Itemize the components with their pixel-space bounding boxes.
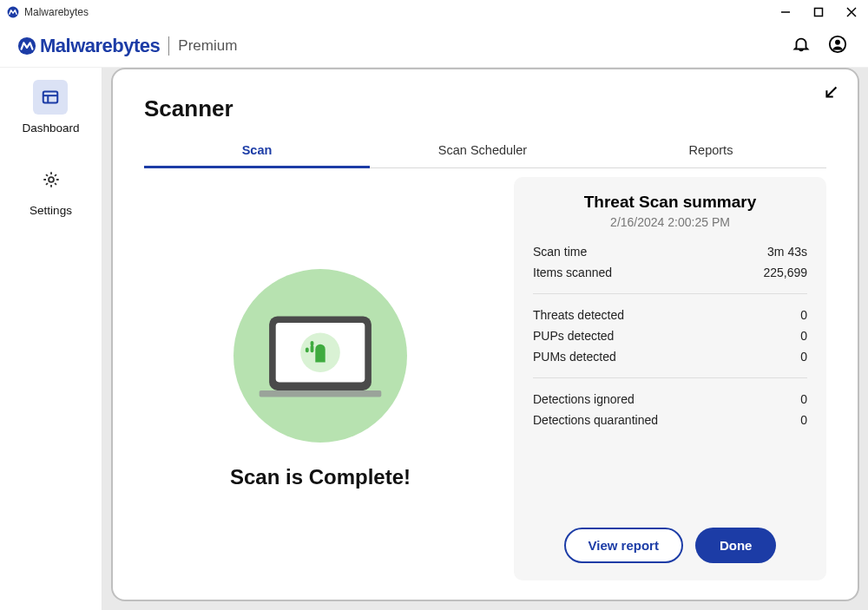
scan-result-visual: Scan is Complete! — [144, 177, 496, 580]
scan-complete-text: Scan is Complete! — [230, 465, 411, 489]
brand: Malwarebytes Premium — [17, 35, 237, 57]
stat-value: 3m 43s — [767, 245, 807, 259]
summary-actions: View report Done — [533, 493, 807, 563]
tab-scan-scheduler[interactable]: Scan Scheduler — [370, 134, 595, 167]
done-button[interactable]: Done — [695, 528, 777, 563]
app-icon — [7, 6, 19, 18]
divider — [533, 377, 807, 378]
summary-timestamp: 2/16/2024 2:00:25 PM — [533, 215, 807, 229]
brand-tier: Premium — [178, 37, 237, 55]
dashboard-icon — [33, 80, 68, 115]
tab-reports[interactable]: Reports — [595, 134, 826, 167]
brand-divider — [168, 36, 169, 56]
stat-label: Scan time — [533, 245, 587, 259]
svg-point-11 — [49, 177, 54, 182]
svg-rect-14 — [260, 390, 382, 397]
stat-value: 0 — [800, 329, 807, 343]
stat-value: 0 — [800, 413, 807, 427]
view-report-button[interactable]: View report — [564, 528, 683, 563]
stat-value: 0 — [800, 308, 807, 322]
content-area: Scanner Scan Scan Scheduler Reports — [102, 68, 868, 610]
svg-rect-2 — [815, 8, 823, 16]
stat-row: Items scanned 225,699 — [533, 262, 807, 283]
window-title: Malwarebytes — [24, 6, 89, 18]
stat-value: 225,699 — [763, 266, 807, 279]
divider — [533, 293, 807, 294]
stat-row: Detections ignored 0 — [533, 389, 807, 410]
stat-row: PUPs detected 0 — [533, 325, 807, 346]
window-titlebar: Malwarebytes — [0, 0, 868, 24]
stat-row: Scan time 3m 43s — [533, 241, 807, 262]
svg-rect-18 — [311, 340, 314, 345]
tab-scan[interactable]: Scan — [144, 134, 370, 168]
close-button[interactable] — [845, 6, 858, 18]
minimize-button[interactable] — [779, 6, 792, 18]
sidebar-item-label: Dashboard — [22, 121, 79, 134]
brand-name: Malwarebytes — [40, 35, 160, 57]
sidebar-item-settings[interactable]: Settings — [30, 162, 72, 217]
brand-logo-icon — [17, 36, 36, 56]
stat-value: 0 — [800, 350, 807, 364]
stat-row: Detections quarantined 0 — [533, 410, 807, 430]
svg-rect-8 — [43, 92, 58, 103]
scan-complete-illustration — [233, 269, 407, 443]
maximize-button[interactable] — [812, 6, 825, 18]
stat-label: Detections quarantined — [533, 413, 658, 427]
svg-rect-16 — [311, 344, 314, 352]
sidebar-item-label: Settings — [30, 204, 72, 217]
account-icon[interactable] — [828, 35, 847, 57]
brand-logo: Malwarebytes — [17, 35, 160, 57]
scan-summary-card: Threat Scan summary 2/16/2024 2:00:25 PM… — [514, 177, 826, 580]
stat-label: PUPs detected — [533, 329, 614, 343]
stat-label: Items scanned — [533, 266, 612, 279]
gear-icon — [34, 162, 69, 197]
notifications-icon[interactable] — [792, 35, 811, 57]
svg-rect-17 — [306, 347, 309, 352]
stat-row: Threats detected 0 — [533, 305, 807, 325]
summary-title: Threat Scan summary — [533, 193, 807, 212]
sidebar-item-dashboard[interactable]: Dashboard — [22, 80, 79, 134]
stat-label: PUMs detected — [533, 350, 616, 364]
scanner-panel: Scanner Scan Scan Scheduler Reports — [111, 68, 859, 601]
svg-point-7 — [835, 39, 840, 44]
panel-title: Scanner — [144, 95, 826, 122]
header-actions — [792, 35, 847, 57]
stat-label: Detections ignored — [533, 392, 635, 406]
collapse-icon[interactable] — [821, 83, 840, 106]
window-controls — [779, 6, 858, 18]
tab-bar: Scan Scan Scheduler Reports — [144, 134, 826, 168]
app-header: Malwarebytes Premium — [0, 24, 868, 68]
stat-value: 0 — [800, 392, 807, 406]
stat-row: PUMs detected 0 — [533, 346, 807, 367]
sidebar: Dashboard Settings — [0, 68, 102, 610]
titlebar-left: Malwarebytes — [7, 6, 89, 18]
stat-label: Threats detected — [533, 308, 624, 322]
